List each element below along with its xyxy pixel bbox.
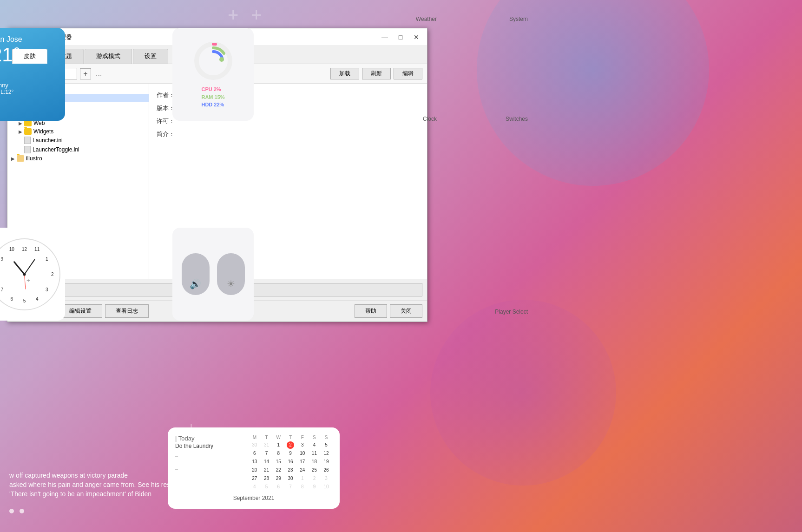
cal-cell-oct9: 9 (309, 483, 321, 491)
dot-2 (20, 509, 24, 513)
cal-today-cell: 2 (284, 441, 296, 449)
calendar-row-4: 20 21 22 23 24 25 26 (249, 466, 332, 474)
news-item-2: asked where his pain and anger came from… (9, 481, 176, 488)
brightness-icon: ☀ (227, 278, 235, 289)
tree-item-launchertoggle[interactable]: LauncherToggle.ini (7, 145, 149, 154)
clock-label: Clock (423, 116, 437, 122)
cal-cell-22: 22 (272, 466, 284, 474)
cal-cell-25: 25 (309, 466, 321, 474)
cal-cell-30b: 30 (284, 474, 296, 483)
cal-day-w: W (272, 435, 284, 440)
clock-hands: + (0, 239, 59, 309)
plus-decoration-2: + (251, 5, 262, 26)
cal-cell-oct2: 2 (309, 474, 321, 483)
close-button[interactable]: ✕ (410, 33, 422, 41)
cal-cell-10: 10 (296, 449, 309, 458)
view-log-button[interactable]: 查看日志 (105, 304, 149, 318)
clock-widget: 12 1 2 3 4 5 6 7 8 9 10 11 + (0, 228, 65, 321)
close-window-button[interactable]: 关闭 (390, 304, 422, 318)
svg-point-4 (219, 57, 224, 62)
calendar-row-6: 4 5 6 7 8 9 10 (249, 483, 332, 491)
system-label: System (509, 16, 528, 22)
cal-cell-oct7: 7 (284, 483, 296, 491)
cal-cell-28: 28 (261, 474, 273, 483)
bg-decoration-2 (430, 300, 616, 486)
cal-day-t2: T (284, 435, 296, 440)
calendar-grid: M T W T F S S 30 31 1 2 3 4 5 (249, 435, 332, 491)
weather-icon: ☀ (0, 68, 58, 80)
desc-label: 简介： (157, 131, 175, 138)
clock-widget-container: 12 1 2 3 4 5 6 7 8 9 10 11 + (423, 114, 437, 122)
detail-desc: 简介： (157, 130, 420, 138)
today-label: | Today (175, 435, 244, 442)
file-icon-launchertoggle (24, 146, 31, 153)
brightness-switch[interactable]: ☀ (217, 253, 245, 295)
svg-line-6 (25, 259, 35, 274)
cal-cell-21: 21 (261, 466, 273, 474)
tree-label-web: Web (33, 120, 45, 126)
refresh-button[interactable]: 刷新 (362, 68, 391, 79)
minimize-button[interactable]: ― (379, 33, 391, 41)
cal-cell-15: 15 (272, 458, 284, 466)
volume-switch[interactable]: 🔊 (182, 253, 210, 295)
cal-cell-20: 20 (249, 466, 261, 474)
toggle-widgets[interactable]: ▶ (17, 129, 24, 134)
edit-button[interactable]: 编辑 (394, 68, 422, 79)
cal-day-m: M (249, 435, 261, 440)
ram-stat: RAM 15% (201, 93, 224, 101)
cal-cell-oct8: 8 (296, 483, 309, 491)
file-icon-launcher (24, 137, 31, 144)
cal-cell-18: 18 (309, 458, 321, 466)
cal-cell-23: 23 (284, 466, 296, 474)
cal-cell-19: 19 (320, 458, 332, 466)
tree-label-launchertoggle: LauncherToggle.ini (33, 146, 79, 153)
bottom-dots (9, 509, 24, 513)
help-button[interactable]: 帮助 (355, 304, 387, 318)
folder-icon-widgets (24, 128, 32, 135)
player-select-label: Player Select (495, 309, 528, 315)
cal-cell-3: 3 (296, 441, 309, 449)
toggle-web[interactable]: ▶ (17, 121, 24, 126)
cal-day-f: F (296, 435, 309, 440)
more-options-button[interactable]: ... (94, 70, 104, 78)
add-skin-button[interactable]: + (80, 68, 91, 79)
cal-cell-9: 9 (284, 449, 296, 458)
tree-label-widgets: Widgets (33, 128, 53, 135)
plus-decoration-1: + (228, 5, 238, 26)
cal-cell-5: 5 (320, 441, 332, 449)
svg-line-5 (14, 262, 25, 274)
news-item-3: 'There isn't going to be an impeachment'… (9, 490, 176, 498)
calendar-dash-3: – (175, 466, 244, 472)
tree-item-launcher[interactable]: Launcher.ini (7, 136, 149, 145)
maximize-button[interactable]: □ (394, 33, 407, 41)
tree-label-launcher: Launcher.ini (33, 137, 63, 144)
tree-item-illustro[interactable]: ▶ illustro (7, 154, 149, 163)
svg-point-8 (23, 273, 26, 276)
cal-cell-oct3: 3 (320, 474, 332, 483)
load-button[interactable]: 加载 (330, 68, 359, 79)
cal-cell-17: 17 (296, 458, 309, 466)
cal-cell-oct1: 1 (296, 474, 309, 483)
cal-cell-14: 14 (261, 458, 273, 466)
calendar-task: Do the Laundry (175, 443, 244, 449)
tab-skin[interactable]: 皮肤 (12, 49, 47, 64)
cal-cell-12: 12 (320, 449, 332, 458)
cal-cell-13: 13 (249, 458, 261, 466)
switches-widget: 🔊 ☀ (172, 228, 254, 321)
toggle-illustro[interactable]: ▶ (9, 156, 17, 161)
cal-cell-31: 31 (261, 441, 273, 449)
switches-widget-container: 🔊 ☀ Switches (506, 114, 528, 122)
calendar-row-3: 13 14 15 16 17 18 19 (249, 458, 332, 466)
tab-gamemode[interactable]: 游戏模式 (85, 49, 132, 64)
tree-label-illustro: illustro (26, 155, 42, 162)
tree-item-widgets[interactable]: ▶ Widgets (7, 127, 149, 136)
system-widget: CPU 2% RAM 15% HDD 22% (172, 28, 254, 121)
switches-label: Switches (506, 116, 528, 122)
cal-cell-6: 6 (249, 449, 261, 458)
cal-cell-16: 16 (284, 458, 296, 466)
bg-decoration-1 (477, 0, 709, 186)
cal-cell-oct6: 6 (272, 483, 284, 491)
edit-settings-button[interactable]: 编辑设置 (59, 304, 102, 318)
cal-cell-4: 4 (309, 441, 321, 449)
tab-settings[interactable]: 设置 (133, 49, 168, 64)
